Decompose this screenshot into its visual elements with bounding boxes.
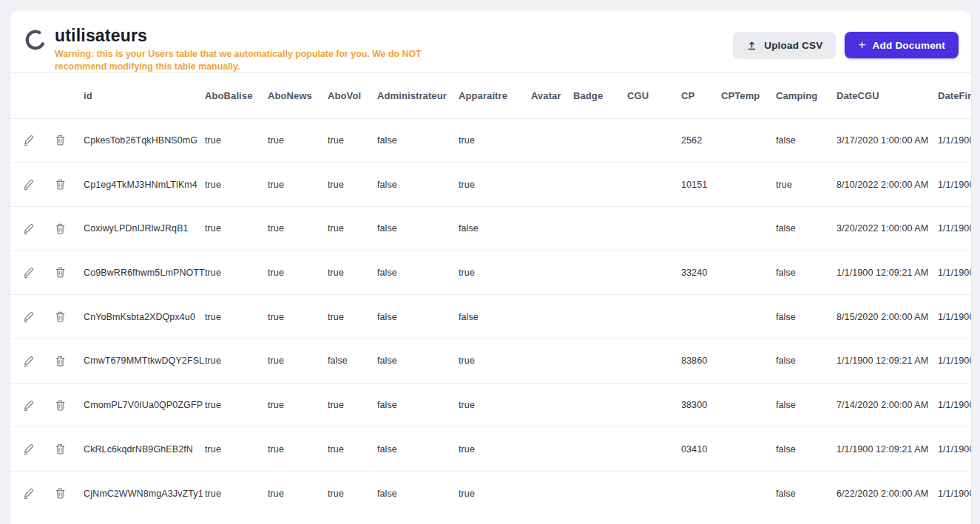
cell-id[interactable]: Co9BwRR6fhwm5LmPNOTT [74,251,205,295]
cell-Badge[interactable] [573,383,627,427]
cell-AboBalise[interactable]: true [205,118,268,163]
cell-CGU[interactable] [627,163,681,207]
cell-Avatar[interactable] [531,295,573,339]
cell-Administrateur[interactable]: false [377,427,459,472]
delete-row-button[interactable] [51,352,70,370]
cell-Badge[interactable] [573,427,627,472]
cell-id[interactable]: CnYoBmKsbta2XDQpx4u0 [74,295,205,339]
cell-AboNews[interactable]: true [268,338,328,383]
cell-AboNews[interactable]: true [268,118,328,163]
cell-DateCGU[interactable]: 3/17/2020 1:00:00 AM [837,118,938,163]
cell-AboBalise[interactable]: true [205,251,268,295]
cell-AboBalise[interactable]: true [205,427,268,472]
cell-Avatar[interactable] [531,427,573,472]
cell-id[interactable]: CkRLc6kqdrNB9GhEB2fN [74,427,205,472]
delete-row-button[interactable] [51,263,70,282]
cell-id[interactable]: CjNmC2WWN8mgA3JvZTy1 [74,472,205,516]
column-header-Apparaitre[interactable]: Apparaitre [459,73,531,118]
cell-id[interactable]: Cp1eg4TkMJ3HNmLTlKm4 [74,163,205,207]
cell-AboNews[interactable]: true [268,427,328,472]
cell-CP[interactable] [681,472,721,516]
cell-CGU[interactable] [627,472,681,516]
cell-CGU[interactable] [627,383,681,427]
cell-AboVol[interactable]: true [328,163,377,207]
cell-Apparaitre[interactable]: true [459,251,531,295]
cell-DateCGU[interactable]: 8/15/2020 2:00:00 AM [837,295,938,339]
cell-AboVol[interactable]: true [328,206,377,251]
cell-DateCGU[interactable]: 1/1/1900 12:09:21 AM [837,338,938,383]
cell-Apparaitre[interactable]: true [459,383,531,427]
cell-AboBalise[interactable]: true [205,163,268,207]
cell-Apparaitre[interactable]: false [459,295,531,339]
cell-CP[interactable]: 2562 [681,118,721,163]
cell-AboVol[interactable]: true [328,383,377,427]
cell-Administrateur[interactable]: false [377,295,459,339]
cell-Avatar[interactable] [531,118,573,163]
cell-Administrateur[interactable]: false [377,163,459,207]
cell-Camping[interactable]: false [776,383,837,427]
delete-row-button[interactable] [51,396,70,415]
delete-row-button[interactable] [51,131,70,149]
cell-CP[interactable]: 83860 [681,338,721,383]
cell-Administrateur[interactable]: false [377,251,459,295]
cell-Avatar[interactable] [531,251,573,295]
cell-AboNews[interactable]: true [268,251,328,295]
edit-row-button[interactable] [19,131,38,149]
cell-CPTemp[interactable] [721,163,776,207]
cell-AboVol[interactable]: true [328,295,377,339]
add-document-button[interactable]: + Add Document [845,32,959,58]
edit-row-button[interactable] [19,440,38,458]
column-header-AboNews[interactable]: AboNews [268,73,328,118]
cell-DateFinT[interactable]: 1/1/1900 [938,472,971,516]
cell-Apparaitre[interactable]: true [459,472,531,516]
cell-CGU[interactable] [627,338,681,383]
cell-Avatar[interactable] [531,472,573,516]
cell-AboBalise[interactable]: true [205,206,268,251]
cell-AboNews[interactable]: true [268,163,328,207]
cell-Badge[interactable] [573,251,627,295]
cell-DateCGU[interactable]: 3/20/2022 1:00:00 AM [837,206,938,251]
cell-Camping[interactable]: false [776,338,837,383]
column-header-CGU[interactable]: CGU [627,73,681,118]
cell-Apparaitre[interactable]: true [459,338,531,383]
cell-Avatar[interactable] [531,338,573,383]
cell-CPTemp[interactable] [721,295,776,339]
cell-Badge[interactable] [573,338,627,383]
cell-Administrateur[interactable]: false [377,338,459,383]
cell-CPTemp[interactable] [721,472,776,516]
cell-AboNews[interactable]: true [268,472,328,516]
cell-DateFinT[interactable]: 1/1/1900 [938,118,971,163]
cell-CP[interactable]: 03410 [681,427,721,472]
cell-Apparaitre[interactable]: false [459,206,531,251]
cell-Badge[interactable] [573,118,627,163]
cell-AboVol[interactable]: true [328,118,377,163]
cell-DateFinT[interactable]: 1/1/1900 [938,338,971,383]
cell-AboBalise[interactable]: true [205,295,268,339]
cell-id[interactable]: CpkesTob26TqkHBNS0mG [74,118,205,163]
column-header-Administrateur[interactable]: Administrateur [377,73,459,118]
cell-id[interactable]: CmwT679MMTtkwDQY2FSL [74,338,205,383]
cell-AboBalise[interactable]: true [205,383,268,427]
cell-id[interactable]: CmomPL7V0IUa0QP0ZGFP [74,383,205,427]
cell-Camping[interactable]: false [776,295,837,339]
cell-id[interactable]: CoxiwyLPDnIJRlwJRqB1 [74,206,205,251]
cell-Camping[interactable]: false [776,206,837,251]
cell-CGU[interactable] [627,295,681,339]
cell-CPTemp[interactable] [721,251,776,295]
cell-AboVol[interactable]: false [328,338,377,383]
column-header-DateFinT[interactable]: DateFinT [938,73,971,118]
cell-CGU[interactable] [627,206,681,251]
cell-AboVol[interactable]: true [328,427,377,472]
cell-AboBalise[interactable]: true [205,338,268,383]
cell-DateCGU[interactable]: 1/1/1900 12:09:21 AM [837,427,938,472]
cell-DateFinT[interactable]: 1/1/1900 [938,295,971,339]
cell-Avatar[interactable] [531,206,573,251]
cell-CPTemp[interactable] [721,338,776,383]
cell-DateFinT[interactable]: 1/1/1900 [938,163,971,207]
cell-CPTemp[interactable] [721,118,776,163]
column-header-id[interactable]: id [74,73,205,118]
edit-row-button[interactable] [19,484,38,503]
edit-row-button[interactable] [19,220,38,238]
cell-Camping[interactable]: false [776,427,837,472]
cell-Badge[interactable] [573,206,627,251]
